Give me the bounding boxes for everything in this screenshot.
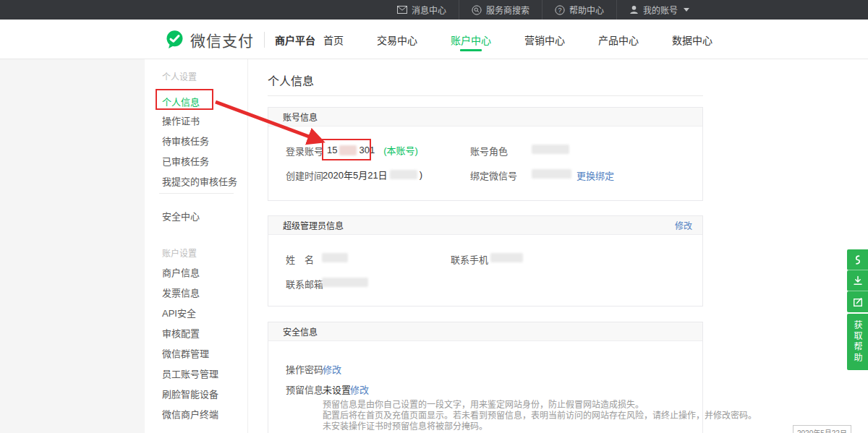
- reserved-desc-line-1: 预留信息是由你自己设置的一段文字，用来鉴定网站身份，防止假冒网站造成损失。: [323, 400, 757, 411]
- reserved-info-description: 预留信息是由你自己设置的一段文字，用来鉴定网站身份，防止假冒网站造成损失。 配置…: [323, 400, 757, 432]
- reserved-info-value: 未设置: [323, 382, 351, 396]
- account-info-header: 账号信息: [268, 108, 702, 127]
- wechat-pay-logo-icon: [165, 30, 184, 49]
- question-icon: ?: [555, 5, 565, 15]
- admin-name-label: 姓 名: [286, 252, 314, 266]
- sidebar-item-staff-account-mgmt[interactable]: 员工账号管理: [162, 366, 218, 380]
- merchant-platform-page: 消息中心 服务商搜索 ? 帮助中心 我的账号 微信支付 商户平台: [0, 0, 868, 433]
- sidebar-item-face-pay-devices[interactable]: 刷脸智能设备: [162, 387, 218, 400]
- nav-transaction-center[interactable]: 交易中心: [377, 20, 417, 59]
- reserved-info-edit-link[interactable]: 修改: [350, 382, 369, 396]
- message-center-link[interactable]: 消息中心: [385, 0, 459, 20]
- page-title: 个人信息: [268, 72, 314, 89]
- main-header: 微信支付 商户平台 首页 交易中心 账户中心 营销中心 产品中心 数据中心: [0, 20, 868, 59]
- created-time-label: 创建时间: [286, 168, 323, 182]
- sidebar-group-personal-settings: 个人设置: [162, 70, 197, 82]
- admin-phone-label: 联系手机: [451, 252, 488, 266]
- link-icon: [851, 254, 864, 266]
- svg-text:?: ?: [558, 7, 561, 14]
- search-icon: [472, 5, 482, 15]
- primary-nav: 首页 交易中心 账户中心 营销中心 产品中心 数据中心: [323, 20, 712, 59]
- help-center-link[interactable]: ? 帮助中心: [542, 0, 616, 20]
- sidebar-group-account-settings: 账户设置: [162, 246, 197, 259]
- redacted-admin-email: [322, 278, 368, 287]
- login-account-label: 登录账号: [286, 144, 323, 158]
- security-info-header: 安全信息: [268, 322, 702, 341]
- redacted-login-middle: [339, 145, 357, 155]
- account-role-label: 账号角色: [470, 144, 508, 158]
- nav-home-label: 首页: [323, 33, 344, 47]
- sidebar-item-personal-info[interactable]: 个人信息: [162, 95, 200, 108]
- nav-product-center[interactable]: 产品中心: [598, 20, 639, 59]
- brand-logo[interactable]: 微信支付 商户平台: [165, 20, 315, 59]
- nav-product-label: 产品中心: [598, 33, 639, 47]
- logo-divider: [264, 32, 265, 48]
- redacted-created-time: [390, 170, 417, 179]
- sidebar-item-wechat-group-mgmt[interactable]: 微信群管理: [162, 346, 209, 360]
- login-account-prefix: 15: [327, 145, 337, 155]
- brand-name: 微信支付: [190, 29, 254, 51]
- bound-wechat-label: 绑定微信号: [470, 168, 517, 182]
- created-date: 2020年5月21日: [323, 168, 388, 181]
- operation-password-edit-link[interactable]: 修改: [323, 362, 341, 376]
- current-account-tag: (本账号): [383, 143, 418, 157]
- user-icon: [629, 5, 639, 14]
- feedback-button[interactable]: [847, 291, 868, 312]
- quick-link-button[interactable]: [847, 249, 868, 270]
- nav-transaction-label: 交易中心: [377, 33, 417, 47]
- operation-password-label: 操作密码: [286, 362, 323, 376]
- sidebar-item-wechat-merchant-terminal[interactable]: 微信商户终端: [162, 407, 218, 421]
- super-admin-title: 超级管理员信息: [283, 219, 344, 231]
- download-icon: [852, 275, 864, 286]
- nav-account-center[interactable]: 账户中心: [451, 20, 491, 59]
- date-badge: 2020年5月22日: [793, 425, 851, 433]
- admin-email-label: 联系邮箱: [286, 277, 323, 291]
- sidebar-item-my-submitted-tasks[interactable]: 我提交的审核任务: [162, 174, 237, 188]
- rebind-link[interactable]: 更换绑定: [576, 168, 614, 182]
- service-provider-search-label: 服务商搜索: [486, 4, 529, 16]
- sidebar-item-reviewed-tasks[interactable]: 已审核任务: [162, 154, 209, 168]
- redacted-admin-phone: [490, 253, 523, 262]
- download-button[interactable]: [847, 270, 868, 291]
- login-account-value: 15 301 (本账号): [327, 143, 418, 157]
- title-divider: [268, 95, 703, 96]
- sidebar-item-merchant-info[interactable]: 商户信息: [162, 265, 200, 279]
- message-center-label: 消息中心: [412, 4, 446, 16]
- nav-marketing-center[interactable]: 营销中心: [524, 20, 565, 59]
- portal-name: 商户平台: [275, 33, 315, 47]
- super-admin-header: 超级管理员信息 修改: [268, 216, 702, 235]
- login-account-suffix: 301: [359, 145, 375, 155]
- sidebar-item-api-security[interactable]: API安全: [162, 306, 196, 320]
- sidebar-item-review-config[interactable]: 审核配置: [162, 326, 200, 340]
- nav-account-label: 账户中心: [451, 33, 491, 47]
- sidebar-item-pending-review-tasks[interactable]: 待审核任务: [162, 134, 209, 147]
- sidebar-item-operation-certificate[interactable]: 操作证书: [162, 113, 200, 127]
- sidebar-divider: [159, 193, 234, 194]
- redacted-wechat-id: [532, 169, 571, 179]
- get-help-button[interactable]: 获取帮助: [847, 314, 868, 370]
- help-center-label: 帮助中心: [569, 4, 604, 16]
- created-time-value: 2020年5月21日 ): [323, 168, 422, 181]
- nav-home[interactable]: 首页: [323, 20, 344, 59]
- created-close-paren: ): [420, 169, 422, 180]
- my-account-menu[interactable]: 我的账号: [616, 0, 702, 20]
- left-gutter: [0, 59, 145, 433]
- service-provider-search-link[interactable]: 服务商搜索: [459, 0, 542, 20]
- nav-data-center[interactable]: 数据中心: [672, 20, 712, 59]
- redacted-admin-name: [322, 253, 348, 262]
- redacted-account-role: [532, 145, 569, 154]
- reserved-desc-line-2: 配置后将在首页及充值页面显示。若未看到预留信息，表明当前访问的网站存在风险，请终…: [323, 411, 757, 421]
- mail-icon: [397, 6, 407, 14]
- sidebar-item-invoice-info[interactable]: 发票信息: [162, 286, 200, 299]
- nav-marketing-label: 营销中心: [524, 33, 565, 47]
- my-account-label: 我的账号: [643, 4, 678, 16]
- floating-toolbar: 获取帮助: [847, 249, 868, 370]
- nav-data-label: 数据中心: [672, 33, 712, 47]
- account-info-title: 账号信息: [283, 111, 318, 123]
- super-admin-edit-link[interactable]: 修改: [675, 219, 692, 231]
- chevron-down-icon: [684, 8, 689, 12]
- reserved-desc-line-3: 未安装操作证书时预留信息将被部分掩码。: [323, 421, 757, 432]
- top-utility-bar: 消息中心 服务商搜索 ? 帮助中心 我的账号: [0, 0, 868, 20]
- sidebar-item-security-center[interactable]: 安全中心: [162, 209, 200, 223]
- edit-icon: [852, 296, 864, 308]
